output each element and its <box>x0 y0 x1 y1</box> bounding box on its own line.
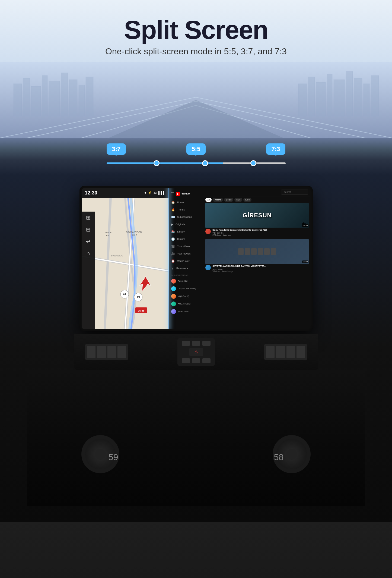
yt-nav-originals[interactable]: ▶ Originals <box>168 221 204 228</box>
history-icon: 🕐 <box>171 237 175 241</box>
hamburger-icon[interactable]: ☰ <box>171 192 174 196</box>
ctrl-btn-6[interactable] <box>202 358 211 363</box>
signal-bars-icon: ▌▌▌ <box>158 191 165 195</box>
slider-thumb-1[interactable] <box>154 160 160 166</box>
yt-nav-show-more[interactable]: ∨ Show more <box>168 265 204 272</box>
grid-icon[interactable]: ⊞ <box>86 214 91 221</box>
header-section: Split Screen One-click split-screen mode… <box>0 0 392 62</box>
svg-text:BROOKWOOD: BROOKWOOD <box>126 231 142 234</box>
gear-4 <box>258 248 263 255</box>
ctrl-btn-5[interactable] <box>192 358 200 363</box>
vent-slat <box>117 346 126 358</box>
svg-text:41: 41 <box>123 293 126 296</box>
chip-boats[interactable]: Boats <box>224 198 233 202</box>
hazard-icon: ⚠ <box>194 349 198 354</box>
ctrl-btn-1[interactable] <box>182 341 190 346</box>
slider-thumb-2[interactable] <box>202 160 208 166</box>
yt-sub-adem[interactable]: Adem Ilter <box>168 277 204 285</box>
svg-rect-9 <box>86 77 93 116</box>
yt-nav-subscriptions[interactable]: 📧 Subscriptions <box>168 213 204 221</box>
home-icon[interactable]: ⌂ <box>87 250 90 256</box>
svg-rect-2 <box>23 78 30 116</box>
youtube-sidebar: ☰ ▶ Premium 🏠 Home 🔥 Trends <box>168 188 204 329</box>
giresun-thumbnail: GİRESUN 🏍 <box>205 203 309 228</box>
left-vent <box>85 344 128 360</box>
chip-all[interactable]: All <box>205 198 212 202</box>
video-card-2[interactable]: 29:58 SAVOTTA JÄÄKÄRI L SIRT ÇANTASI VE … <box>205 239 309 273</box>
yt-nav-watch-later[interactable]: ⏰ Watch later <box>168 257 204 265</box>
skyline-area <box>0 62 392 138</box>
yigit-avatar <box>171 294 176 299</box>
yt-nav-home[interactable]: 🏠 Home <box>168 199 204 206</box>
chip-yatchs[interactable]: Yatchs <box>213 198 223 202</box>
youtube-panel: ☰ ▶ Premium 🏠 Home 🔥 Trends <box>168 188 310 329</box>
vent-slat <box>266 346 275 358</box>
svg-rect-15 <box>346 71 353 116</box>
giresun-text: GİRESUN <box>243 212 272 219</box>
split-slider[interactable] <box>107 162 286 164</box>
yt-sub-yigit[interactable]: Yiğit Can İÇ <box>168 293 204 300</box>
yt-nav-your-movies[interactable]: 🎥 Your movies <box>168 250 204 257</box>
yt-nav-your-videos[interactable]: 🎬 Your videos <box>168 243 204 250</box>
equalizer-icon[interactable]: ⊟ <box>86 226 91 233</box>
car-screen-bezel: 12:30 ▾ ⚡ 4G ▌▌▌ ⊞ ⊟ <box>79 186 313 331</box>
slider-section: 3:7 5:5 7:3 <box>0 138 392 175</box>
yt-nav-history[interactable]: 🕐 History <box>168 235 204 243</box>
ctrl-btn-4[interactable] <box>182 358 190 363</box>
savotta-thumbnail <box>205 239 309 264</box>
aquaholic-avatar <box>171 301 176 306</box>
navigation-panel: 12:30 ▾ ⚡ 4G ▌▌▌ ⊞ ⊟ <box>82 188 169 329</box>
vent-slat <box>297 346 305 358</box>
signal-label: 4G <box>154 191 157 194</box>
watch-later-icon: ⏰ <box>171 259 175 263</box>
speed-display-right: 58 <box>274 452 283 462</box>
channel-1-avatar <box>205 229 211 234</box>
ctrl-btn-3[interactable] <box>202 341 211 346</box>
gear-1 <box>238 248 244 255</box>
map-area[interactable]: ⊞ ⊟ ↩ ⌂ <box>82 198 169 329</box>
video-1-info: Doğu Karadeniz Dağlarında Bisikletle Gez… <box>205 228 309 237</box>
svg-text:RK: RK <box>106 234 109 236</box>
youtube-search[interactable] <box>281 190 308 194</box>
show-more-icon: ∨ <box>171 267 173 270</box>
ratio-5-5[interactable]: 5:5 <box>186 143 206 155</box>
back-icon[interactable]: ↩ <box>86 238 91 245</box>
video-2-channel: yener ustun <box>212 268 309 270</box>
video-1-title: Doğu Karadeniz Dağlarında Bisikletle Gez… <box>212 229 309 231</box>
slider-thumb-3[interactable] <box>250 160 256 166</box>
coskun-avatar <box>171 286 176 291</box>
yt-nav-library[interactable]: 📚 Library <box>168 228 204 235</box>
youtube-main-content: All Yatchs Boats RVs Elec GİRES <box>204 188 310 329</box>
ratio-7-3[interactable]: 7:3 <box>266 143 286 155</box>
wifi-icon: ▾ <box>145 191 146 195</box>
vent-slat <box>286 346 295 358</box>
svg-text:HILLS: HILLS <box>130 234 137 236</box>
vent-slat <box>87 346 96 358</box>
video-1-channel: Yiğit Can İÇ ✓ <box>212 232 309 234</box>
chip-rvs[interactable]: RVs <box>234 198 242 202</box>
hazard-button[interactable]: ⚠ <box>189 348 203 356</box>
svg-rect-10 <box>298 84 307 116</box>
screen-divider <box>168 188 169 329</box>
video-card-1[interactable]: GİRESUN 🏍 29:58 Doğu Karadeniz Dağlarınd… <box>205 203 309 237</box>
subtitle: One-click split-screen mode in 5:5, 3:7,… <box>11 46 381 56</box>
ctrl-btn-2[interactable] <box>192 341 200 346</box>
chip-elec[interactable]: Elec <box>243 198 251 202</box>
yt-sub-yener[interactable]: yener ustun <box>168 308 204 315</box>
ratio-labels: 3:7 5:5 7:3 <box>107 143 286 155</box>
video-1-duration: 29:58 <box>302 224 309 227</box>
video-2-info: SAVOTTA JÄÄKÄRI L SIRT ÇANTASI VE SAVOTT… <box>205 264 309 273</box>
yt-sub-aquaholic[interactable]: AQUAHOLIC <box>168 300 204 308</box>
gear-3 <box>251 248 257 255</box>
yt-premium-label: Premium <box>181 193 190 195</box>
originals-icon: ▶ <box>171 223 173 226</box>
video-1-meta: Doğu Karadeniz Dağlarında Bisikletle Gez… <box>212 229 309 236</box>
library-icon: 📚 <box>171 230 175 234</box>
home-nav-icon: 🏠 <box>171 201 175 204</box>
svg-rect-6 <box>61 73 68 116</box>
verify-icon: ✓ <box>223 232 225 234</box>
yt-nav-trends[interactable]: 🔥 Trends <box>168 206 204 213</box>
yt-sub-coskun[interactable]: Coşkun Aral Anlaty... <box>168 285 204 293</box>
yt-videos-area: GİRESUN 🏍 29:58 Doğu Karadeniz Dağlarınd… <box>204 203 310 329</box>
ratio-3-7[interactable]: 3:7 <box>107 143 126 155</box>
